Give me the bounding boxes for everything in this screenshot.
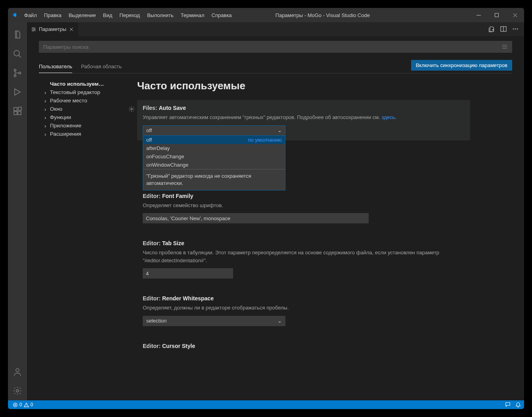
search-icon[interactable] <box>8 44 27 63</box>
toc-window[interactable]: ›Окно <box>39 105 126 113</box>
menu-run[interactable]: Выполнить <box>144 8 177 22</box>
toc-extensions[interactable]: ›Расширения <box>39 130 126 138</box>
menu-view[interactable]: Вид <box>100 8 116 22</box>
autosave-dropdown: off по умолчанию afterDelay onFocusChang… <box>143 135 285 190</box>
setting-files-autosave[interactable]: Files: Auto Save Управляет автоматически… <box>137 100 470 140</box>
toc-features[interactable]: ›Функции <box>39 113 126 121</box>
setting-editor-cursorstyle[interactable]: Editor: Cursor Style <box>137 338 470 354</box>
svg-rect-7 <box>14 111 17 115</box>
notifications-icon[interactable] <box>515 402 521 407</box>
svg-point-12 <box>33 27 34 29</box>
dropdown-option-onwindowchange[interactable]: onWindowChange <box>143 161 285 169</box>
chevron-right-icon: › <box>44 131 46 137</box>
select-value: selection <box>146 318 166 324</box>
toc-workbench[interactable]: ›Рабочее место <box>39 96 126 105</box>
tabsize-input[interactable] <box>143 268 233 279</box>
svg-point-17 <box>515 29 516 30</box>
accounts-icon[interactable] <box>8 362 27 381</box>
menu-selection[interactable]: Выделение <box>65 8 100 22</box>
filter-icon[interactable] <box>501 44 508 50</box>
menu-edit[interactable]: Правка <box>40 8 65 22</box>
setting-label: Files: Auto Save <box>143 105 465 111</box>
setting-gear-icon[interactable] <box>128 106 135 400</box>
svg-rect-6 <box>14 108 17 111</box>
setting-editor-fontfamily[interactable]: Editor: Font Family Определяет семейство… <box>137 188 470 229</box>
toc-text-editor[interactable]: ›Текстовый редактор <box>39 88 126 96</box>
svg-point-11 <box>16 390 19 392</box>
error-count: 0 <box>19 402 22 407</box>
explorer-icon[interactable] <box>8 25 27 44</box>
setting-description: Число пробелов в табуляции. Этот парамет… <box>143 249 465 264</box>
chevron-right-icon: › <box>44 106 46 112</box>
option-label: off <box>146 137 152 143</box>
toc-commonly-used[interactable]: Часто используем… <box>39 80 126 88</box>
settings-search-input[interactable] <box>39 41 512 53</box>
autosave-docs-link[interactable]: здесь <box>382 114 395 120</box>
dropdown-option-off[interactable]: off по умолчанию <box>143 136 285 144</box>
open-settings-json-icon[interactable] <box>488 26 495 33</box>
feedback-icon[interactable] <box>505 402 511 407</box>
toc-label: Рабочее место <box>50 98 87 104</box>
more-actions-icon[interactable] <box>512 26 519 33</box>
tab-close-icon[interactable] <box>69 27 74 32</box>
chevron-right-icon: › <box>44 98 46 104</box>
settings-gear-icon[interactable] <box>8 381 27 400</box>
tab-settings[interactable]: Параметры <box>27 22 78 36</box>
settings-list: Часто используемые Files: Auto Save Упра… <box>137 80 512 400</box>
window-maximize-button[interactable] <box>488 8 506 22</box>
setting-label: Editor: Render Whitespace <box>143 295 465 302</box>
autosave-select[interactable]: off ⌄ off по умолчанию afterDelay onFocu… <box>143 125 285 136</box>
editor-tabs: Параметры <box>27 22 524 36</box>
settings-tab-icon <box>31 27 36 32</box>
toc-label: Текстовый редактор <box>50 89 100 95</box>
setting-description: Определяет, должны ли в редакторе отобра… <box>143 304 465 312</box>
status-problems[interactable]: 0 0 <box>11 402 34 407</box>
svg-point-18 <box>517 29 518 30</box>
svg-point-4 <box>14 75 16 77</box>
svg-point-19 <box>131 108 132 110</box>
fontfamily-input[interactable] <box>143 213 369 223</box>
menu-go[interactable]: Переход <box>116 8 144 22</box>
vscode-logo-icon <box>8 12 21 18</box>
toc-label: Окно <box>50 106 62 112</box>
settings-scope-tabs: Пользователь Рабочая область Включить си… <box>39 60 512 73</box>
setting-actions-gutter <box>126 80 137 400</box>
setting-editor-renderwhitespace[interactable]: Editor: Render Whitespace Определяет, до… <box>137 290 470 331</box>
enable-sync-button[interactable]: Включить синхронизацию параметров <box>411 60 512 71</box>
toc-label: Расширения <box>50 131 81 137</box>
search-field[interactable] <box>43 44 501 50</box>
scope-workspace-tab[interactable]: Рабочая область <box>81 60 122 73</box>
menu-help[interactable]: Справка <box>208 8 235 22</box>
toc-label: Приложение <box>50 123 81 129</box>
settings-toc: Часто используем… ›Текстовый редактор ›Р… <box>39 80 126 400</box>
scope-user-tab[interactable]: Пользователь <box>39 60 72 73</box>
chevron-right-icon: › <box>44 115 46 121</box>
split-editor-icon[interactable] <box>500 26 507 33</box>
dropdown-description: "Грязный" редактор никогда не сохраняетс… <box>143 169 285 190</box>
run-debug-icon[interactable] <box>8 83 27 102</box>
extensions-icon[interactable] <box>8 102 27 121</box>
setting-editor-tabsize[interactable]: Editor: Tab Size Число пробелов в табуля… <box>137 235 470 283</box>
window-close-button[interactable] <box>506 8 524 22</box>
svg-point-2 <box>14 50 19 56</box>
warning-count: 0 <box>31 402 33 407</box>
source-control-icon[interactable] <box>8 63 27 83</box>
chevron-right-icon: › <box>44 123 46 129</box>
section-heading: Часто используемые <box>137 80 508 92</box>
dropdown-option-onfocuschange[interactable]: onFocusChange <box>143 152 285 161</box>
activity-bar <box>8 22 27 400</box>
titlebar: Файл Правка Выделение Вид Переход Выполн… <box>8 8 524 22</box>
toc-application[interactable]: ›Приложение <box>39 121 126 130</box>
svg-point-14 <box>33 30 34 31</box>
window-minimize-button[interactable] <box>469 8 488 22</box>
tab-label: Параметры <box>39 26 66 32</box>
svg-point-16 <box>513 29 514 30</box>
setting-description: Управляет автоматическим сохранением "гр… <box>143 113 465 121</box>
setting-description: Определяет семейство шрифтов. <box>143 202 465 209</box>
menu-file[interactable]: Файл <box>21 8 40 22</box>
menu-terminal[interactable]: Терминал <box>177 8 208 22</box>
warning-icon <box>24 402 29 407</box>
renderwhitespace-select[interactable]: selection ⌄ <box>143 316 285 326</box>
dropdown-option-afterdelay[interactable]: afterDelay <box>143 144 285 152</box>
svg-point-5 <box>19 72 21 74</box>
